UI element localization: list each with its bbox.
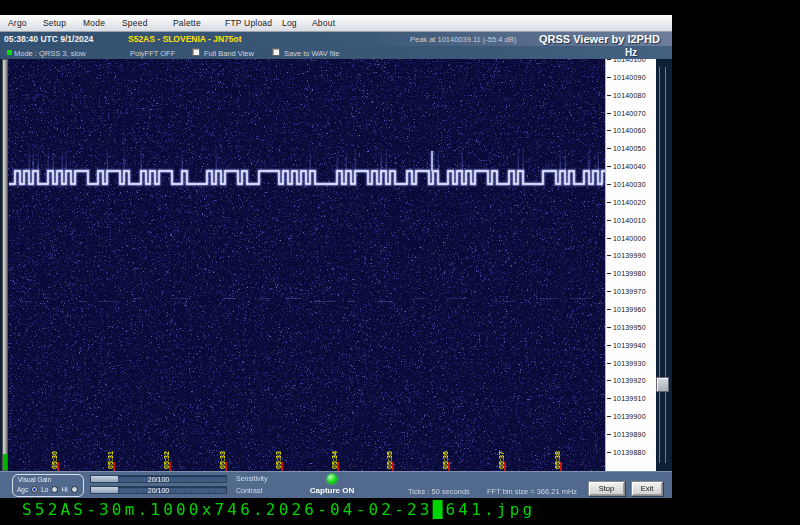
time-tick (225, 462, 227, 471)
time-tick (281, 462, 283, 471)
screen: ArgoSetupModeSpeedPaletteFTP UploadLogAb… (0, 0, 800, 525)
visual-gain-title: Visual Gain (18, 476, 51, 483)
sensitivity-slider[interactable]: 20/100 (90, 475, 227, 483)
menu-item-about[interactable]: About (312, 18, 335, 28)
control-bar: Visual Gain AgcLoHi 20/100 20/100 Sensit… (0, 471, 672, 498)
freq-label: 10139890 (607, 430, 646, 439)
capture-filename: S52AS-30m.1000x746.2026-04-02-23█641.jpg (22, 500, 535, 519)
freq-tick (607, 113, 611, 114)
time-tick (392, 462, 394, 471)
time-tick (504, 462, 506, 471)
freq-value: 10140010 (613, 217, 646, 224)
time-tick (113, 462, 115, 471)
freq-label: 10140100 (607, 59, 646, 64)
freq-label: 10140060 (607, 126, 646, 135)
status-bar: 05:38:40 UTC 9/1/2024 S52AS - SLOVENIA -… (0, 32, 672, 46)
menu-bar: ArgoSetupModeSpeedPaletteFTP UploadLogAb… (0, 15, 672, 32)
freq-value: 10139880 (613, 449, 646, 456)
freq-tick (607, 255, 611, 256)
freq-tick (607, 238, 611, 239)
freq-tick (607, 363, 611, 364)
full-band-view-checkbox[interactable] (192, 48, 200, 56)
freq-tick (607, 59, 611, 60)
freq-tick (607, 398, 611, 399)
freq-value: 10139900 (613, 413, 646, 420)
freq-value: 10140080 (613, 92, 646, 99)
freq-value: 10140030 (613, 181, 646, 188)
freq-tick (607, 184, 611, 185)
menu-item-ftp-upload[interactable]: FTP Upload (225, 18, 272, 28)
freq-tick (607, 148, 611, 149)
menu-item-log[interactable]: Log (282, 18, 297, 28)
freq-label: 10140090 (607, 73, 646, 82)
hz-unit-label: Hz (606, 47, 656, 58)
exit-button[interactable]: Exit (631, 481, 663, 496)
frequency-scrollbar-track[interactable] (659, 67, 666, 463)
freq-label: 10139900 (607, 412, 646, 421)
stop-button[interactable]: Stop (588, 481, 625, 496)
gain-radio-agc[interactable] (31, 486, 38, 493)
freq-label: 10139920 (607, 376, 646, 385)
peak-readout: Peak at 10140039.11 (-55.4 dB) (410, 35, 516, 44)
gain-radio-hi[interactable] (71, 486, 78, 493)
utc-clock: 05:38:40 UTC 9/1/2024 (4, 34, 93, 44)
app-title: QRSS Viewer by I2PHD (539, 33, 660, 45)
freq-value: 10139940 (613, 342, 646, 349)
freq-tick (607, 345, 611, 346)
freq-value: 10140040 (613, 163, 646, 170)
status-led-icon (7, 50, 12, 55)
freq-tick (607, 202, 611, 203)
mode-bar: Mode : QRSS 3, slow PolyFFT OFF Full Ban… (0, 46, 672, 59)
freq-label: 10140010 (607, 216, 646, 225)
freq-value: 10140070 (613, 110, 646, 117)
freq-value: 10139920 (613, 377, 646, 384)
freq-value: 10139910 (613, 395, 646, 402)
time-tick (560, 462, 562, 471)
mode-readout: Mode : QRSS 3, slow (14, 49, 86, 58)
freq-value: 10140060 (613, 127, 646, 134)
freq-value: 10139970 (613, 288, 646, 295)
freq-label: 10140040 (607, 162, 646, 171)
freq-label: 10139990 (607, 251, 646, 260)
freq-tick (607, 452, 611, 453)
contrast-slider[interactable]: 20/100 (90, 486, 227, 494)
freq-tick (607, 220, 611, 221)
menu-item-argo[interactable]: Argo (8, 18, 27, 28)
freq-label: 10140000 (607, 234, 646, 243)
visual-gain-group: Visual Gain AgcLoHi (12, 474, 84, 497)
freq-tick (607, 130, 611, 131)
freq-tick (607, 434, 611, 435)
freq-value: 10139990 (613, 252, 646, 259)
freq-value: 10140100 (613, 59, 646, 63)
freq-label: 10139940 (607, 341, 646, 350)
menu-item-setup[interactable]: Setup (43, 18, 66, 28)
freq-tick (607, 416, 611, 417)
contrast-label: Contrast (236, 487, 262, 494)
freq-label: 10139930 (607, 359, 646, 368)
save-wav-label: Save to WAV file (284, 49, 339, 58)
menu-item-palette[interactable]: Palette (173, 18, 201, 28)
freq-label: 10139970 (607, 287, 646, 296)
freq-value: 10139890 (613, 431, 646, 438)
freq-value: 10139980 (613, 270, 646, 277)
freq-value: 10140020 (613, 199, 646, 206)
freq-label: 10140070 (607, 109, 646, 118)
freq-tick (607, 166, 611, 167)
waterfall-display[interactable] (8, 59, 605, 471)
fft-bin-info: FFT bin size = 366.21 mHz (487, 487, 577, 496)
contrast-value: 20/100 (91, 487, 226, 495)
freq-value: 10140090 (613, 74, 646, 81)
frequency-scrollbar-thumb[interactable] (656, 377, 669, 392)
save-wav-checkbox[interactable] (272, 48, 280, 56)
sensitivity-label: Sensitivity (236, 475, 268, 482)
freq-label: 10140080 (607, 91, 646, 100)
menu-item-speed[interactable]: Speed (122, 18, 148, 28)
freq-tick (607, 327, 611, 328)
freq-label: 10140050 (607, 144, 646, 153)
menu-item-mode[interactable]: Mode (83, 18, 105, 28)
freq-value: 10139950 (613, 324, 646, 331)
polyfft-readout: PolyFFT OFF (130, 49, 175, 58)
gain-radio-lo[interactable] (51, 486, 58, 493)
freq-value: 10139960 (613, 306, 646, 313)
freq-label: 10140020 (607, 198, 646, 207)
